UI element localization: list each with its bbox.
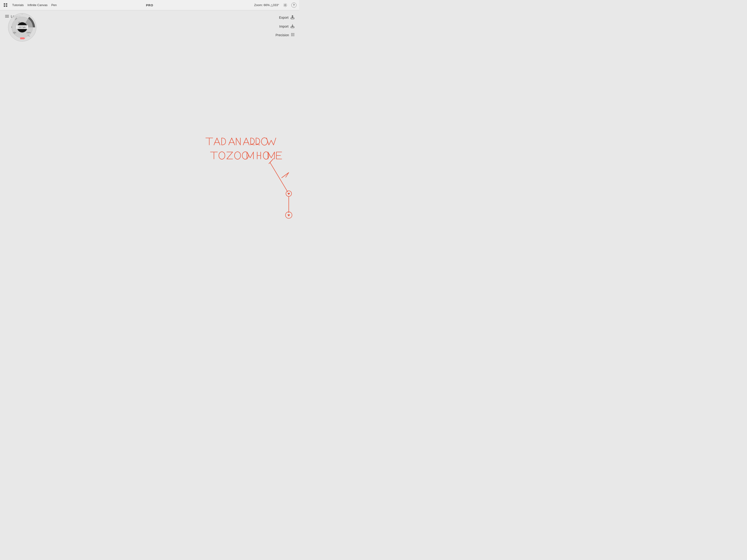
- svg-point-32: [294, 34, 294, 35]
- grid-icon: [3, 3, 8, 7]
- svg-point-31: [292, 34, 293, 35]
- export-label: Export: [279, 16, 288, 19]
- tool-widget[interactable]: ‹ › 100 12.7 pts 21% 100% ⛰ 7.91 2.87: [7, 12, 37, 43]
- svg-point-29: [294, 33, 294, 34]
- zoom-value: 66%: [263, 3, 269, 7]
- svg-text:7.91: 7.91: [14, 31, 15, 34]
- topbar: Tutorials Infinite Canvas Pen PRO Zoom: …: [0, 0, 299, 10]
- export-button[interactable]: Export: [274, 14, 298, 22]
- svg-text:‹: ‹: [11, 25, 12, 29]
- canvas-area[interactable]: [0, 10, 299, 225]
- right-panel: Export Import Precision: [271, 12, 299, 41]
- precision-button[interactable]: Precision: [273, 31, 298, 39]
- svg-rect-3: [6, 5, 7, 7]
- infinite-canvas-link[interactable]: Infinite Canvas: [27, 3, 48, 7]
- angle-value: △333°: [271, 3, 279, 7]
- svg-rect-2: [4, 5, 5, 7]
- svg-rect-0: [4, 3, 5, 5]
- svg-rect-9: [20, 37, 24, 39]
- svg-rect-25: [291, 18, 294, 19]
- svg-point-18: [22, 14, 23, 15]
- svg-point-35: [294, 35, 294, 36]
- pen-link[interactable]: Pen: [51, 3, 57, 7]
- import-label: Import: [279, 25, 288, 28]
- import-button[interactable]: Import: [274, 22, 298, 30]
- import-icon: [290, 24, 294, 29]
- precision-icon: [291, 33, 294, 37]
- svg-point-34: [292, 35, 293, 36]
- topbar-center: PRO: [146, 3, 153, 7]
- gear-icon: [283, 3, 287, 7]
- svg-point-27: [291, 33, 292, 34]
- zoom-info: Zoom: 66% △333°: [254, 3, 279, 7]
- svg-point-30: [291, 34, 292, 35]
- tutorials-link[interactable]: Tutorials: [12, 3, 24, 7]
- help-icon: ?: [293, 3, 294, 7]
- topbar-left: Tutorials Infinite Canvas Pen: [3, 2, 57, 8]
- svg-point-28: [292, 33, 293, 34]
- svg-point-4: [285, 4, 286, 6]
- svg-text:⛰: ⛰: [18, 21, 20, 23]
- precision-label: Precision: [276, 33, 289, 37]
- settings-button[interactable]: [282, 2, 288, 8]
- svg-point-33: [291, 35, 292, 36]
- svg-rect-26: [291, 27, 294, 28]
- svg-text:12.7 pts: 12.7 pts: [19, 26, 25, 28]
- tool-widget-svg: ‹ › 100 12.7 pts 21% 100% ⛰ 7.91 2.87: [7, 12, 37, 43]
- apps-menu-button[interactable]: [3, 2, 8, 8]
- svg-text:100%: 100%: [26, 32, 31, 33]
- pro-badge: PRO: [146, 3, 153, 7]
- svg-rect-10: [24, 38, 25, 39]
- topbar-right: Zoom: 66% △333° ?: [254, 2, 297, 8]
- svg-rect-1: [6, 3, 7, 5]
- export-icon: [290, 15, 294, 20]
- help-button[interactable]: ?: [291, 3, 297, 8]
- svg-text:›: ›: [32, 25, 33, 29]
